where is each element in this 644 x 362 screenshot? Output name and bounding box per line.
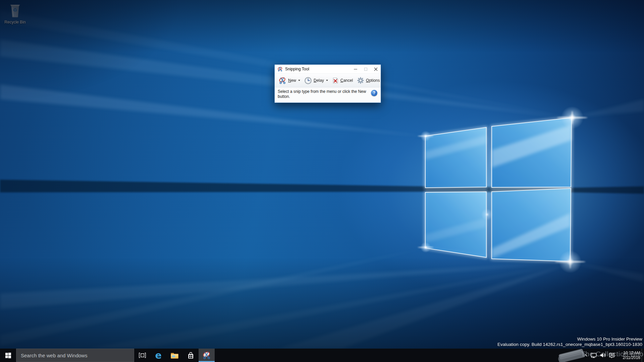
volume-icon (600, 353, 606, 358)
maximize-button[interactable] (361, 65, 371, 73)
close-icon (374, 67, 378, 71)
clock-time: 10:12 AM (623, 351, 640, 355)
maximize-icon (364, 68, 367, 71)
windows-start-icon (5, 353, 11, 358)
recycle-bin-label: Recycle Bin (4, 20, 25, 24)
windows-store-icon (187, 352, 195, 359)
volume-tray-button[interactable] (598, 349, 607, 362)
options-button[interactable]: Options (355, 75, 382, 85)
show-desktop-button[interactable] (642, 349, 644, 362)
file-explorer-button[interactable] (166, 349, 182, 362)
help-icon: ? (373, 90, 375, 96)
action-center-icon (609, 353, 615, 358)
cancel-button-label: Cancel (340, 78, 353, 83)
status-text: Select a snip type from the menu or clic… (278, 89, 366, 99)
system-tray: 10:12 AM 2/11/2016 (582, 349, 644, 362)
window-title: Snipping Tool (285, 67, 351, 71)
status-area: Select a snip type from the menu or clic… (275, 87, 381, 102)
clock-date: 2/11/2016 (623, 355, 641, 360)
taskbar-clock[interactable]: 10:12 AM 2/11/2016 (616, 349, 642, 362)
recycle-bin-icon: ♻ (7, 3, 23, 19)
options-gear-icon (357, 77, 364, 84)
minimize-icon (354, 69, 357, 69)
network-icon (591, 353, 597, 358)
windows-store-button[interactable] (182, 349, 199, 362)
recycle-arrows-glyph: ♻ (7, 7, 23, 13)
snipping-tool-icon (202, 351, 211, 360)
network-tray-button[interactable] (589, 349, 598, 362)
snipping-tool-window: Snipping Tool New (274, 64, 381, 103)
snipping-tool-taskbar-button[interactable] (199, 349, 215, 362)
microsoft-edge-button[interactable]: e (150, 349, 166, 362)
edge-icon: e (155, 351, 162, 360)
options-button-label: Options (366, 78, 380, 83)
taskbar: Search the web and Windows e (0, 349, 644, 362)
start-button[interactable] (0, 349, 16, 362)
delay-dropdown-caret-icon[interactable] (326, 80, 328, 81)
desktop-wallpaper: ♻ Recycle Bin (0, 0, 644, 349)
delay-clock-icon (304, 77, 312, 84)
delay-button[interactable]: Delay (302, 75, 330, 86)
task-view-icon (139, 352, 146, 358)
file-explorer-icon (170, 352, 179, 359)
taskbar-search-input[interactable]: Search the web and Windows (16, 349, 134, 362)
action-center-button[interactable] (607, 349, 616, 362)
new-snip-button[interactable]: New (277, 75, 302, 86)
windows-hero-logo-art (0, 0, 644, 349)
help-button[interactable]: ? (371, 90, 377, 96)
tray-overflow-button[interactable] (582, 349, 589, 362)
snipping-tool-app-icon (277, 66, 283, 72)
close-button[interactable] (371, 65, 381, 73)
delay-button-label: Delay (314, 78, 324, 83)
cancel-button[interactable]: Cancel (330, 76, 355, 85)
desktop-icon-recycle-bin[interactable]: ♻ Recycle Bin (2, 3, 28, 25)
snipping-toolbar: New Delay Cancel (275, 73, 381, 87)
task-view-button[interactable] (134, 349, 150, 362)
cancel-icon (332, 77, 339, 84)
minimize-button[interactable] (351, 65, 361, 73)
new-snip-icon (279, 77, 286, 84)
new-dropdown-caret-icon[interactable] (298, 80, 300, 81)
title-bar[interactable]: Snipping Tool (275, 65, 381, 73)
new-button-label: New (288, 78, 296, 83)
search-placeholder: Search the web and Windows (21, 353, 87, 358)
chevron-up-icon (583, 354, 588, 357)
